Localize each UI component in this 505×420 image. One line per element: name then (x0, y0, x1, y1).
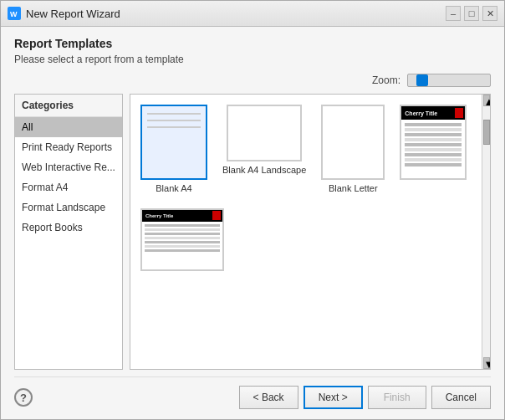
category-item-format-landscape[interactable]: Format Landscape (15, 197, 122, 218)
categories-panel: Categories All Print Ready Reports Web I… (14, 94, 123, 370)
template-thumb-cherry-portrait: Cherry Title (400, 105, 467, 180)
scroll-up-btn[interactable]: ▲ (483, 95, 490, 106)
scroll-down-btn[interactable]: ▼ (483, 357, 490, 369)
templates-wrapper: Blank A4 Blank A4 Landscape Blan (130, 94, 491, 370)
template-cherry-landscape[interactable]: Cherry Title (137, 205, 227, 278)
zoom-slider-thumb (416, 74, 428, 86)
category-item-web[interactable]: Web Interactive Re... (15, 157, 122, 177)
wizard-icon: W (8, 7, 21, 20)
section-subtitle: Please select a report from a template (14, 54, 491, 65)
template-label-blank-a4: Blank A4 (156, 183, 191, 193)
finish-button[interactable]: Finish (368, 386, 426, 409)
minimize-button[interactable]: – (446, 6, 461, 21)
zoom-label: Zoom: (372, 74, 400, 86)
window-title: New Report Wizard (26, 8, 120, 20)
template-thumb-cherry-landscape: Cherry Title (140, 208, 224, 271)
footer: ? < Back Next > Finish Cancel (14, 376, 491, 412)
title-bar-left: W New Report Wizard (8, 7, 120, 20)
help-button[interactable]: ? (14, 388, 33, 407)
window-controls: – □ ✕ (446, 6, 497, 21)
template-thumb-blank-letter (321, 105, 385, 180)
template-blank-a4-landscape[interactable]: Blank A4 Landscape (219, 101, 309, 197)
template-blank-letter[interactable]: Blank Letter (318, 101, 388, 197)
maximize-button[interactable]: □ (464, 6, 479, 21)
template-label-blank-letter: Blank Letter (329, 183, 378, 193)
wizard-window: W New Report Wizard – □ ✕ Report Templat… (0, 0, 505, 420)
templates-scrollbar[interactable]: ▲ ▼ (482, 95, 490, 369)
close-button[interactable]: ✕ (482, 6, 497, 21)
next-button[interactable]: Next > (304, 386, 363, 409)
template-cherry-portrait[interactable]: Cherry Title (396, 101, 470, 197)
category-item-report-books[interactable]: Report Books (15, 218, 122, 238)
back-button[interactable]: < Back (239, 386, 298, 409)
template-label-blank-a4-landscape: Blank A4 Landscape (222, 165, 306, 175)
categories-header: Categories (15, 95, 122, 117)
template-thumb-blank-a4 (140, 105, 207, 180)
zoom-row: Zoom: (14, 74, 491, 87)
category-item-format-a4[interactable]: Format A4 (15, 177, 122, 197)
section-title: Report Templates (14, 37, 491, 50)
cancel-button[interactable]: Cancel (431, 386, 491, 409)
title-bar: W New Report Wizard – □ ✕ (1, 1, 504, 27)
window-body: Report Templates Please select a report … (1, 27, 504, 419)
templates-grid: Blank A4 Blank A4 Landscape Blan (130, 95, 482, 369)
template-thumb-blank-a4-landscape (227, 105, 302, 161)
svg-text:W: W (10, 10, 18, 18)
footer-right: < Back Next > Finish Cancel (239, 386, 491, 409)
template-blank-a4[interactable]: Blank A4 (137, 101, 211, 197)
category-item-print[interactable]: Print Ready Reports (15, 137, 122, 157)
scroll-thumb[interactable] (483, 120, 490, 145)
footer-left: ? (14, 388, 33, 407)
category-item-all[interactable]: All (15, 117, 122, 137)
content-area: Categories All Print Ready Reports Web I… (14, 94, 491, 370)
zoom-slider[interactable] (407, 74, 491, 87)
